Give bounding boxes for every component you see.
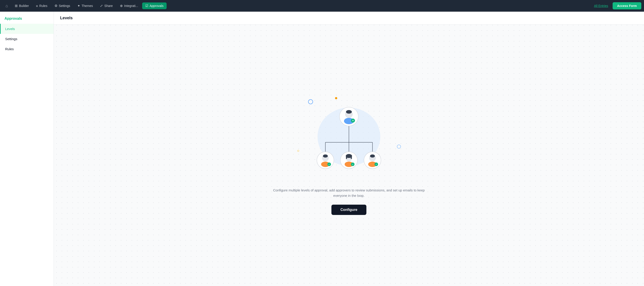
svg-point-8 bbox=[346, 110, 352, 114]
configure-button[interactable]: Configure bbox=[332, 205, 366, 215]
sidebar-header[interactable]: Approvals bbox=[0, 14, 54, 24]
settings-icon: ⚙ bbox=[54, 4, 58, 8]
nav-item-share[interactable]: ⤢ Share bbox=[97, 2, 116, 9]
sidebar-item-settings[interactable]: Settings bbox=[0, 34, 54, 44]
main-layout: Approvals Levels Settings Rules Levels bbox=[0, 12, 644, 286]
svg-rect-21 bbox=[346, 156, 347, 159]
sidebar: Approvals Levels Settings Rules bbox=[0, 12, 54, 286]
builder-icon: ⊞ bbox=[15, 4, 18, 8]
home-button[interactable]: ⌂ bbox=[3, 2, 11, 10]
sidebar-item-rules[interactable]: Rules bbox=[0, 44, 54, 54]
all-entries-link[interactable]: All Entries bbox=[594, 4, 608, 8]
page-header: Levels bbox=[54, 12, 644, 25]
access-form-button[interactable]: Access Form bbox=[612, 2, 641, 10]
page-title: Levels bbox=[60, 16, 638, 20]
sidebar-item-levels[interactable]: Levels bbox=[0, 24, 54, 34]
org-chart-svg: + ✓ bbox=[293, 95, 405, 180]
themes-icon: ✦ bbox=[77, 4, 80, 8]
nav-item-approvals[interactable]: ☑ Approvals bbox=[142, 2, 166, 9]
approvals-icon: ☑ bbox=[145, 4, 148, 8]
nav-item-builder[interactable]: ⊞ Builder bbox=[12, 2, 32, 9]
svg-text:✓: ✓ bbox=[328, 163, 330, 166]
nav-item-rules[interactable]: ≡ Rules bbox=[33, 3, 51, 9]
top-navigation: ⌂ ⊞ Builder ≡ Rules ⚙ Settings ✦ Themes … bbox=[0, 0, 644, 12]
illustration: + ✓ bbox=[293, 95, 405, 180]
nav-item-themes[interactable]: ✦ Themes bbox=[74, 2, 96, 9]
rules-icon: ≡ bbox=[36, 4, 38, 8]
svg-point-14 bbox=[323, 154, 328, 158]
description-text: Configure multiple levels of approval, a… bbox=[273, 188, 425, 198]
svg-text:✓: ✓ bbox=[375, 163, 377, 166]
svg-rect-22 bbox=[351, 156, 352, 159]
nav-item-settings[interactable]: ⚙ Settings bbox=[51, 2, 73, 9]
content-area: + ✓ bbox=[54, 25, 644, 286]
svg-text:✓: ✓ bbox=[352, 163, 354, 166]
svg-point-28 bbox=[370, 154, 375, 158]
integrations-icon: ⊕ bbox=[120, 4, 123, 8]
share-icon: ⤢ bbox=[100, 4, 103, 8]
main-content: Levels bbox=[54, 12, 644, 286]
svg-text:+: + bbox=[352, 119, 354, 122]
nav-item-integrations[interactable]: ⊕ Integrati... bbox=[117, 2, 141, 9]
